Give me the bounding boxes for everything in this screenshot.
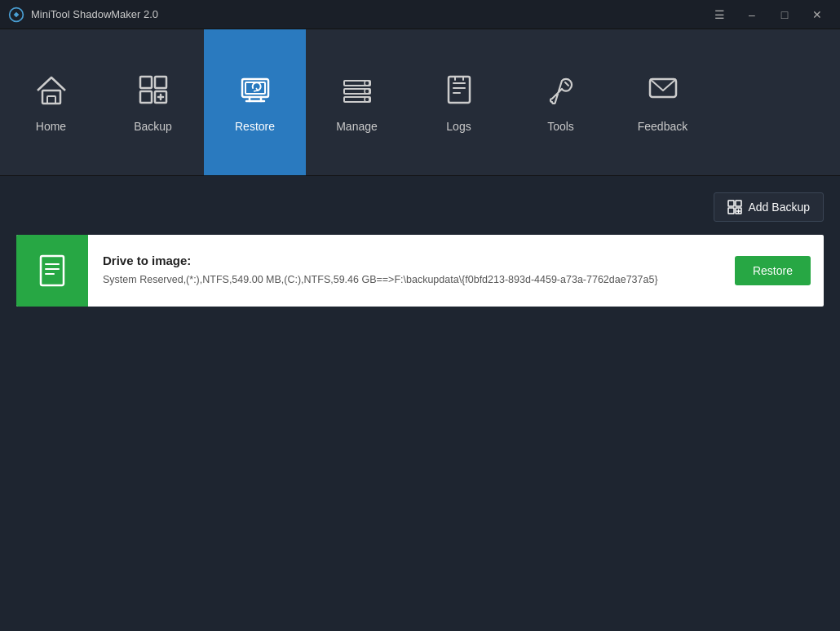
nav-item-restore[interactable]: Restore xyxy=(204,29,306,175)
restore-button[interactable]: Restore xyxy=(735,256,811,285)
nav-item-home[interactable]: Home xyxy=(0,29,102,175)
app-title: MiniTool ShadowMaker 2.0 xyxy=(31,8,158,20)
close-icon: ✕ xyxy=(812,8,822,21)
svg-rect-3 xyxy=(140,77,152,88)
manage-icon xyxy=(340,73,374,112)
svg-rect-4 xyxy=(155,77,166,88)
menu-button[interactable]: ☰ xyxy=(705,3,734,26)
home-icon xyxy=(34,73,69,112)
nav-label-home: Home xyxy=(36,120,66,133)
svg-rect-24 xyxy=(728,208,734,214)
close-button[interactable]: ✕ xyxy=(802,3,832,26)
nav-bar: Home Backup Rest xyxy=(0,29,840,176)
maximize-icon: □ xyxy=(781,8,788,21)
app-logo-icon xyxy=(8,7,24,23)
nav-item-feedback[interactable]: Feedback xyxy=(612,29,714,175)
backup-card-content: Drive to image: System Reserved,(*:),NTF… xyxy=(88,235,722,307)
add-backup-label: Add Backup xyxy=(749,201,811,214)
svg-rect-28 xyxy=(41,256,64,285)
logs-icon xyxy=(442,73,476,112)
nav-label-backup: Backup xyxy=(134,120,172,133)
restore-icon xyxy=(238,73,272,112)
backup-card-icon-area xyxy=(16,235,88,307)
svg-rect-5 xyxy=(140,91,152,103)
maximize-button[interactable]: □ xyxy=(770,3,799,26)
title-bar-left: MiniTool ShadowMaker 2.0 xyxy=(8,7,158,23)
hamburger-icon: ☰ xyxy=(714,8,725,21)
nav-item-manage[interactable]: Manage xyxy=(306,29,408,175)
nav-label-manage: Manage xyxy=(336,120,378,133)
backup-card: Drive to image: System Reserved,(*:),NTF… xyxy=(16,235,824,307)
drive-image-icon xyxy=(34,253,70,289)
backup-card-description: System Reserved,(*:),NTFS,549.00 MB,(C:)… xyxy=(103,272,707,288)
backup-card-title: Drive to image: xyxy=(103,254,707,267)
backup-icon xyxy=(136,73,170,112)
svg-rect-15 xyxy=(449,77,470,103)
add-backup-icon xyxy=(727,200,742,214)
minimize-button[interactable]: – xyxy=(737,3,767,26)
svg-rect-10 xyxy=(344,89,370,94)
nav-label-restore: Restore xyxy=(235,120,275,133)
svg-rect-8 xyxy=(245,82,265,94)
nav-item-logs[interactable]: Logs xyxy=(408,29,510,175)
nav-label-tools: Tools xyxy=(547,120,574,133)
svg-rect-22 xyxy=(728,201,734,206)
title-bar: MiniTool ShadowMaker 2.0 ☰ – □ ✕ xyxy=(0,0,840,29)
backup-card-action: Restore xyxy=(722,235,824,307)
nav-item-tools[interactable]: Tools xyxy=(510,29,612,175)
add-backup-button[interactable]: Add Backup xyxy=(714,192,825,222)
svg-rect-11 xyxy=(344,97,370,102)
title-controls: ☰ – □ ✕ xyxy=(705,3,832,26)
nav-label-feedback: Feedback xyxy=(638,120,687,133)
svg-rect-2 xyxy=(47,96,55,104)
tools-icon xyxy=(544,73,578,112)
svg-rect-9 xyxy=(344,81,370,86)
minimize-icon: – xyxy=(749,8,755,21)
nav-item-backup[interactable]: Backup xyxy=(102,29,204,175)
feedback-icon xyxy=(646,73,680,112)
content-area: Add Backup Drive to image: System Reserv… xyxy=(0,176,840,323)
svg-rect-23 xyxy=(736,201,741,206)
toolbar: Add Backup xyxy=(16,192,824,222)
nav-label-logs: Logs xyxy=(446,120,471,133)
